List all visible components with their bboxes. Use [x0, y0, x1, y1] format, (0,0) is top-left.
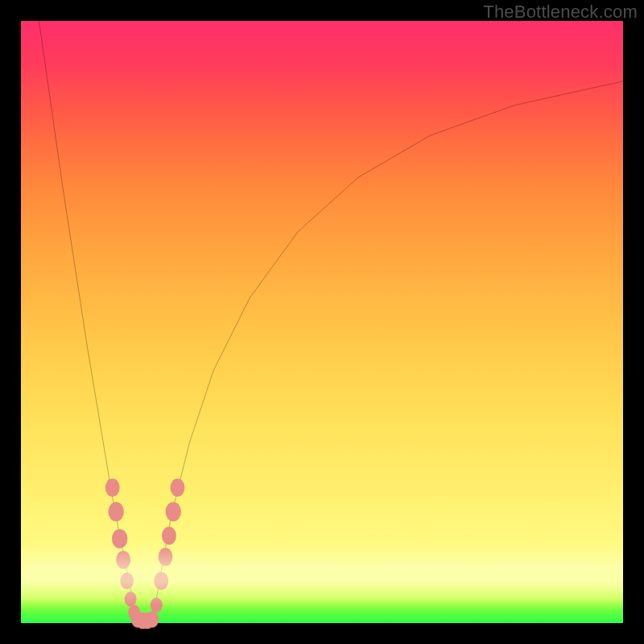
- marker-dot: [116, 551, 130, 568]
- watermark-text: TheBottleneck.com: [483, 2, 638, 23]
- marker-dot: [108, 502, 123, 521]
- chart-svg: [21, 21, 623, 623]
- marker-dot: [146, 611, 159, 628]
- curve-right-branch: [153, 81, 623, 620]
- highlight-markers: [105, 478, 185, 629]
- marker-dot: [159, 548, 173, 566]
- chart-frame: TheBottleneck.com: [0, 0, 644, 644]
- marker-dot: [166, 502, 181, 521]
- plot-area: [21, 21, 623, 623]
- marker-dot: [171, 478, 185, 496]
- marker-dot: [154, 572, 168, 589]
- marker-dot: [112, 529, 127, 548]
- marker-dot: [125, 592, 137, 607]
- line-right: [153, 81, 623, 620]
- marker-dot: [151, 597, 163, 613]
- marker-dot: [120, 572, 133, 589]
- marker-dot: [162, 526, 176, 544]
- marker-dot: [105, 478, 120, 496]
